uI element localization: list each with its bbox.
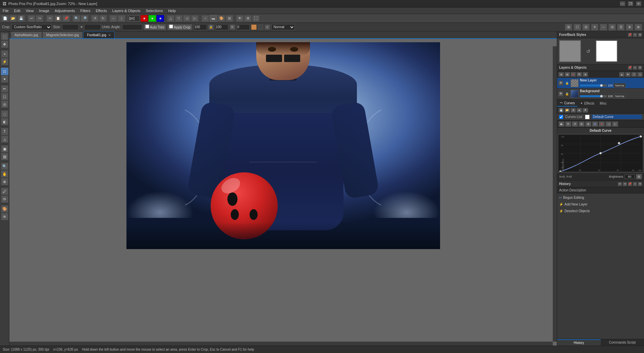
- curves-ctrl-2[interactable]: ⟳: [565, 121, 571, 127]
- color-replace-tool[interactable]: 🎨: [1, 205, 8, 213]
- history-collapse-button[interactable]: ─: [633, 182, 637, 186]
- preview-btn[interactable]: 👁: [236, 15, 244, 22]
- layer-merge-button[interactable]: ⊕: [583, 72, 588, 77]
- dodge-tool[interactable]: ◐: [1, 118, 8, 125]
- copy-button[interactable]: 📋: [54, 15, 62, 22]
- layer-down-button[interactable]: ▼: [625, 72, 631, 77]
- extra-btn-8[interactable]: ⊕: [626, 24, 633, 31]
- crop-val2-input[interactable]: [215, 24, 228, 30]
- angle-input[interactable]: [122, 24, 142, 30]
- menu-filters[interactable]: Filters: [77, 8, 93, 13]
- foreground-swatch[interactable]: [559, 40, 581, 62]
- minimize-button[interactable]: ─: [620, 1, 625, 6]
- layers-close-button[interactable]: ✕: [638, 66, 642, 70]
- apply-crop-check[interactable]: [169, 24, 173, 28]
- rotate-ccw-button[interactable]: ↺: [91, 15, 99, 22]
- menu-view[interactable]: View: [23, 8, 37, 13]
- history-item-deselect[interactable]: ⚡ Deselect Objects: [558, 208, 643, 214]
- extra-btn-3[interactable]: ⊟: [582, 24, 590, 31]
- restore-button[interactable]: ❐: [628, 1, 633, 6]
- curves-ctrl-delete[interactable]: ✕: [599, 121, 605, 127]
- layer-opacity-handle-bg[interactable]: [600, 95, 603, 98]
- extra-btn-7[interactable]: ☰: [617, 24, 625, 31]
- foreback-pin-button[interactable]: 📌: [628, 33, 632, 37]
- layer-dup-button[interactable]: ⧉: [577, 72, 582, 77]
- zoom-tool[interactable]: ⊕: [1, 178, 8, 185]
- extra-btn-6[interactable]: ⧉: [608, 24, 616, 31]
- shape-tool[interactable]: △: [1, 135, 8, 143]
- brush-tool[interactable]: ✏: [1, 85, 8, 93]
- layer-row-new[interactable]: 👁 🔒 New Layer 100 Norma: [557, 78, 644, 89]
- crop-mode-select[interactable]: Custom Size/Ratio: [11, 24, 52, 30]
- stamp-tool[interactable]: ◎: [1, 101, 8, 108]
- blend-mode-select[interactable]: Normal: [271, 24, 295, 30]
- auto-trim-check[interactable]: [145, 24, 149, 28]
- layer-blend-new[interactable]: Norma: [614, 83, 626, 88]
- color-btn-2[interactable]: ■: [149, 15, 156, 22]
- more-tools-btn[interactable]: ⊞: [226, 15, 233, 22]
- color-btn-1[interactable]: ■: [141, 15, 148, 22]
- color-btn-3[interactable]: ■: [157, 15, 164, 22]
- brightness-expand-button[interactable]: ⊞: [636, 174, 642, 179]
- curves-up-button[interactable]: ▲: [577, 108, 582, 113]
- selection-tool[interactable]: ⬚: [1, 33, 8, 40]
- curves-ctrl-invert[interactable]: ⊟: [592, 121, 598, 127]
- history-redo-button[interactable]: ↪: [623, 182, 627, 186]
- tab-football1[interactable]: Football1.jpg ✕: [83, 32, 114, 38]
- magic-wand-tool[interactable]: ⚡: [1, 58, 8, 65]
- curves-ctrl-3[interactable]: ↺: [572, 121, 578, 127]
- background-swatch[interactable]: [596, 40, 618, 62]
- color-fore-btn[interactable]: [251, 24, 257, 30]
- undo-button[interactable]: ↩: [28, 15, 35, 22]
- ellipse-btn[interactable]: ○: [202, 15, 209, 22]
- cut-button[interactable]: ✂: [46, 15, 54, 22]
- curves-graph[interactable]: Brightness 0 20 40 60 80 100 100 80 60 4…: [558, 135, 643, 172]
- fill-btn[interactable]: ▬: [210, 15, 217, 22]
- extra-btn-1[interactable]: ⊞: [565, 24, 572, 31]
- curves-list-name[interactable]: Default Curve: [592, 115, 642, 119]
- pen-tool[interactable]: 🖊: [1, 188, 8, 195]
- apply-crop-button[interactable]: Apply Crop: [167, 24, 192, 30]
- menu-file[interactable]: File: [0, 8, 11, 13]
- history-tab-commands[interactable]: Commands Script: [601, 339, 644, 346]
- layer-bottom-button[interactable]: ⇩: [637, 72, 643, 77]
- px-unit-input[interactable]: [128, 15, 140, 21]
- crop-val1-input[interactable]: [194, 24, 207, 30]
- layer-delete-button[interactable]: ✕: [571, 72, 576, 77]
- path-tool[interactable]: ⟳: [1, 195, 8, 203]
- size-width-input[interactable]: [62, 24, 79, 30]
- eraser-tool[interactable]: ◻: [1, 93, 8, 100]
- open-file-button[interactable]: 📂: [9, 15, 17, 22]
- tab-close-icon[interactable]: ✕: [108, 34, 111, 37]
- zoom-in-button[interactable]: 🔍: [73, 15, 80, 22]
- rotate-cw-button[interactable]: ↻: [99, 15, 107, 22]
- menu-edit[interactable]: Edit: [11, 8, 23, 13]
- history-tab-history[interactable]: History: [557, 339, 601, 346]
- paste-button[interactable]: 📌: [62, 15, 70, 22]
- tool-btn-4[interactable]: ▷: [191, 15, 199, 22]
- auto-trim-button[interactable]: Auto Trim: [144, 24, 166, 30]
- size-height-input[interactable]: [84, 24, 101, 30]
- lock-aspect-button[interactable]: 🔒: [208, 24, 214, 30]
- menu-layers[interactable]: Layers & Objects: [110, 8, 143, 13]
- tool-btn-3[interactable]: ◁: [183, 15, 191, 22]
- save-file-button[interactable]: 💾: [17, 15, 25, 22]
- check-btn[interactable]: ✓: [265, 24, 270, 30]
- curves-ctrl-prev[interactable]: ◁: [605, 121, 611, 127]
- crop-val3-input[interactable]: [236, 24, 250, 30]
- gradient-tool[interactable]: ▣: [1, 145, 8, 153]
- menu-help[interactable]: Help: [165, 8, 178, 13]
- fullscreen-btn[interactable]: ⛶: [252, 15, 260, 22]
- history-undo-button[interactable]: ↩: [618, 182, 622, 186]
- tab-misc[interactable]: Misc: [597, 101, 609, 106]
- move-tool[interactable]: ✥: [1, 41, 8, 48]
- layer-opacity-slider-bg[interactable]: [580, 95, 607, 97]
- curves-ctrl-4[interactable]: ⊕: [579, 121, 585, 127]
- flip-v-button[interactable]: ↕: [118, 15, 125, 22]
- canvas-scrollbar-horizontal[interactable]: [9, 342, 553, 346]
- history-item-addlayer[interactable]: ⚡ Add New Layer: [558, 201, 643, 208]
- curves-new-button[interactable]: ⊕: [571, 108, 576, 113]
- tab-alphamasks[interactable]: AlphaMasks.jpg: [11, 32, 42, 38]
- curves-list-color[interactable]: [585, 115, 590, 119]
- tab-magneticselection[interactable]: MagneticSelection.jpg: [43, 32, 83, 38]
